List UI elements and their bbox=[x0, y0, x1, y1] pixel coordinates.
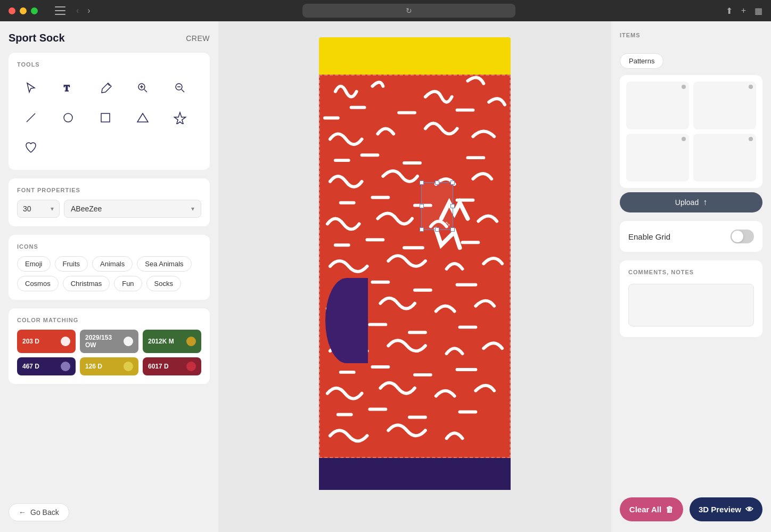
font-properties-section: FONT PROPERTIES 30 ▾ ABeeZee ▾ bbox=[9, 178, 210, 226]
color-chip-126d[interactable]: 126 D bbox=[80, 357, 138, 375]
zoom-out-tool[interactable] bbox=[166, 74, 194, 102]
color-chip-467d[interactable]: 467 D bbox=[17, 357, 76, 375]
sock-bottom bbox=[319, 458, 511, 490]
panel-header: Sport Sock CREW bbox=[9, 32, 210, 44]
tools-grid: T bbox=[17, 74, 201, 161]
line-tool[interactable] bbox=[17, 104, 45, 132]
triangle-tool[interactable] bbox=[129, 104, 157, 132]
enable-grid-label: Enable Grid bbox=[628, 232, 670, 241]
selection-handle-mr[interactable] bbox=[450, 204, 455, 208]
close-button[interactable] bbox=[9, 7, 15, 14]
tag-emoji[interactable]: Emoji bbox=[17, 256, 51, 272]
pen-icon bbox=[99, 81, 112, 94]
go-back-button[interactable]: ← Go Back bbox=[9, 503, 69, 521]
pattern-dot-4 bbox=[749, 137, 753, 141]
toggle-2029[interactable] bbox=[124, 337, 133, 346]
patterns-container: Patterns Upload ↑ bbox=[620, 53, 762, 212]
color-chip-2012k[interactable]: 2012K M bbox=[143, 330, 201, 353]
sidebar-toggle[interactable] bbox=[55, 6, 65, 15]
tag-sea-animals[interactable]: Sea Animals bbox=[137, 256, 191, 272]
cursor-tool[interactable] bbox=[17, 74, 45, 102]
star-tool[interactable] bbox=[166, 104, 194, 132]
color-chip-2029[interactable]: 2029/153 OW bbox=[80, 330, 138, 353]
color-chip-203d[interactable]: 203 D bbox=[17, 330, 76, 353]
icons-label: ICONS bbox=[17, 243, 201, 250]
selection-handle-bl[interactable] bbox=[420, 227, 424, 232]
selection-handle-ml[interactable] bbox=[420, 204, 424, 208]
maximize-button[interactable] bbox=[31, 7, 38, 14]
clear-all-button[interactable]: Clear All 🗑 bbox=[620, 497, 683, 521]
star-icon bbox=[174, 111, 186, 124]
heart-tool[interactable] bbox=[17, 134, 45, 161]
selection-handle-tr[interactable] bbox=[450, 181, 455, 185]
pattern-thumb-2[interactable] bbox=[693, 81, 756, 129]
preview-label: 3D Preview bbox=[699, 505, 741, 514]
titlebar-actions: ⬆ + ▦ bbox=[726, 6, 762, 16]
text-tool[interactable]: T bbox=[54, 74, 82, 102]
color-rows: 203 D 2029/153 OW 2012K M 467 D bbox=[17, 330, 201, 375]
zoom-out-icon bbox=[174, 81, 186, 94]
tag-socks[interactable]: Socks bbox=[146, 276, 181, 291]
right-panel: ITEMS Patterns Upload bbox=[611, 21, 771, 532]
toggle-126d[interactable] bbox=[124, 362, 133, 371]
color-row-1: 203 D 2029/153 OW 2012K M bbox=[17, 330, 201, 353]
canvas-area[interactable]: ⤡ Copy Paste Bring Up Front Send to Back… bbox=[218, 21, 611, 532]
pattern-svg bbox=[320, 76, 510, 457]
pen-tool[interactable] bbox=[92, 74, 119, 102]
toggle-467d[interactable] bbox=[61, 362, 70, 371]
enable-grid-toggle[interactable] bbox=[731, 230, 754, 243]
selection-handle-bm[interactable] bbox=[435, 227, 439, 232]
zoom-in-tool[interactable] bbox=[129, 74, 157, 102]
font-size-dropdown[interactable]: 30 ▾ bbox=[17, 200, 60, 218]
pattern-thumb-3[interactable] bbox=[626, 134, 689, 182]
tag-animals[interactable]: Animals bbox=[92, 256, 133, 272]
comments-label: COMMENTS, NOTES bbox=[628, 269, 754, 275]
font-size-chevron: ▾ bbox=[51, 205, 54, 212]
clear-all-label: Clear All bbox=[629, 505, 661, 514]
zoom-in-icon bbox=[136, 81, 149, 94]
url-bar[interactable]: ↻ bbox=[302, 4, 515, 18]
tag-christmas[interactable]: Christmas bbox=[63, 276, 110, 291]
tag-cosmos[interactable]: Cosmos bbox=[17, 276, 59, 291]
toggle-2012k[interactable] bbox=[186, 337, 196, 346]
purple-shape bbox=[325, 278, 368, 363]
tabs-icon[interactable]: ▦ bbox=[754, 6, 762, 16]
tag-fun[interactable]: Fun bbox=[114, 276, 142, 291]
tools-section: TOOLS T bbox=[9, 53, 210, 170]
upload-button[interactable]: Upload ↑ bbox=[620, 192, 762, 212]
color-matching-section: COLOR MATCHING 203 D 2029/153 OW 2012K M bbox=[9, 308, 210, 384]
3d-preview-button[interactable]: 3D Preview 👁 bbox=[690, 497, 762, 521]
selection-handle-br[interactable] bbox=[450, 227, 455, 232]
pattern-thumb-4[interactable] bbox=[693, 134, 756, 182]
font-family-dropdown[interactable]: ABeeZee ▾ bbox=[64, 200, 201, 218]
trash-icon: 🗑 bbox=[666, 505, 674, 514]
forward-button[interactable]: › bbox=[85, 4, 92, 18]
back-button[interactable]: ‹ bbox=[74, 4, 81, 18]
pattern-dot-2 bbox=[749, 85, 753, 89]
sock-canvas: ⤡ Copy Paste Bring Up Front Send to Back… bbox=[319, 37, 511, 490]
toggle-203d[interactable] bbox=[61, 337, 70, 346]
pattern-thumb-1[interactable] bbox=[626, 81, 689, 129]
color-label-2029: 2029/153 OW bbox=[85, 334, 124, 349]
heart-icon bbox=[24, 141, 37, 154]
line-icon bbox=[24, 111, 37, 124]
font-props-row: 30 ▾ ABeeZee ▾ bbox=[17, 200, 201, 218]
share-icon[interactable]: ⬆ bbox=[726, 6, 733, 16]
sock-body[interactable]: ⤡ Copy Paste Bring Up Front Send to Back… bbox=[319, 75, 511, 458]
patterns-tag[interactable]: Patterns bbox=[620, 53, 663, 69]
rectangle-tool[interactable] bbox=[92, 104, 119, 132]
toggle-thumb bbox=[732, 231, 743, 242]
circle-tool[interactable] bbox=[54, 104, 82, 132]
selection-handle-tm[interactable] bbox=[435, 181, 439, 185]
tag-fruits[interactable]: Fruits bbox=[55, 256, 88, 272]
tools-label: TOOLS bbox=[17, 61, 201, 68]
selection-box[interactable]: ⤡ bbox=[421, 182, 453, 230]
selection-handle-tl[interactable] bbox=[420, 181, 424, 185]
cursor-icon bbox=[24, 81, 37, 94]
comments-textarea[interactable] bbox=[628, 284, 754, 326]
new-tab-icon[interactable]: + bbox=[741, 6, 746, 15]
toggle-6017d[interactable] bbox=[186, 362, 196, 371]
enable-grid-row: Enable Grid bbox=[620, 221, 762, 252]
minimize-button[interactable] bbox=[20, 7, 27, 14]
color-chip-6017d[interactable]: 6017 D bbox=[143, 357, 201, 375]
